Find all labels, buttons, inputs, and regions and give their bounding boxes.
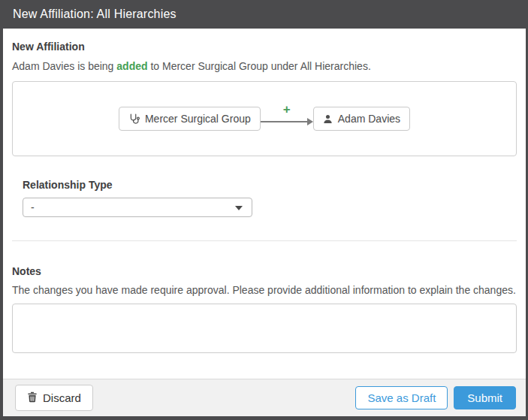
provider-node-label: Adam Davies (338, 113, 400, 125)
relationship-type-selected-value: - (31, 201, 35, 213)
discard-button[interactable]: Discard (15, 385, 93, 411)
submit-button[interactable]: Submit (454, 386, 516, 409)
summary-added-highlight: added (116, 60, 147, 72)
arrow-head-icon (307, 118, 313, 125)
organization-node-label: Mercer Surgical Group (145, 113, 251, 125)
footer-action-group: Save as Draft Submit (355, 386, 516, 409)
modal-content: New Affiliation Adam Davies is being add… (3, 29, 526, 416)
affiliation-diagram: Mercer Surgical Group + Adam Davies (12, 81, 517, 156)
modal-header: New Affiliation: All Hierarchies (0, 0, 528, 29)
organization-node: Mercer Surgical Group (119, 107, 261, 131)
relationship-type-label: Relationship Type (23, 179, 517, 191)
modal-body: New Affiliation Adam Davies is being add… (3, 29, 526, 379)
affiliation-summary-text: Adam Davies is being added to Mercer Sur… (12, 60, 517, 72)
modal-footer: Discard Save as Draft Submit (3, 379, 526, 416)
provider-node: Adam Davies (313, 107, 410, 131)
plus-icon: + (283, 103, 291, 116)
discard-button-label: Discard (43, 391, 81, 404)
summary-suffix: to Mercer Surgical Group under All Hiera… (150, 60, 370, 72)
caret-down-icon (235, 206, 243, 210)
relationship-type-section: Relationship Type - (23, 179, 517, 217)
notes-input[interactable] (12, 304, 517, 353)
submit-button-label: Submit (467, 391, 502, 404)
affiliation-connector: + (261, 106, 313, 131)
save-as-draft-label: Save as Draft (367, 391, 436, 404)
stethoscope-icon (128, 113, 140, 125)
modal-title: New Affiliation: All Hierarchies (13, 8, 177, 20)
notes-description: The changes you have made require approv… (12, 284, 517, 296)
trash-icon (27, 391, 38, 405)
new-affiliation-heading: New Affiliation (12, 41, 517, 53)
arrow-right-icon (261, 121, 308, 122)
summary-prefix: Adam Davies is being (12, 60, 113, 72)
new-affiliation-modal: New Affiliation: All Hierarchies New Aff… (0, 0, 528, 416)
user-icon (323, 114, 333, 124)
section-divider (12, 240, 517, 241)
notes-heading: Notes (12, 265, 517, 277)
relationship-type-dropdown[interactable]: - (23, 198, 252, 217)
save-as-draft-button[interactable]: Save as Draft (355, 386, 448, 409)
